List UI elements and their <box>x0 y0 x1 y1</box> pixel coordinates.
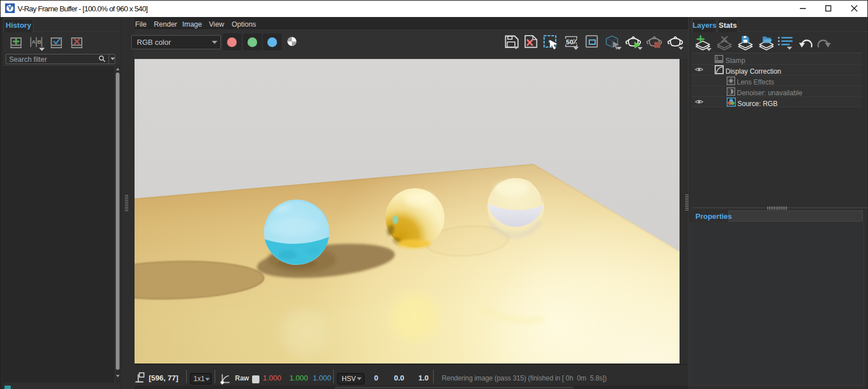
svg-text:B: B <box>37 39 41 45</box>
svg-text:i: i <box>716 56 718 61</box>
svg-text:A: A <box>32 39 36 45</box>
svg-text:50: 50 <box>566 39 573 45</box>
